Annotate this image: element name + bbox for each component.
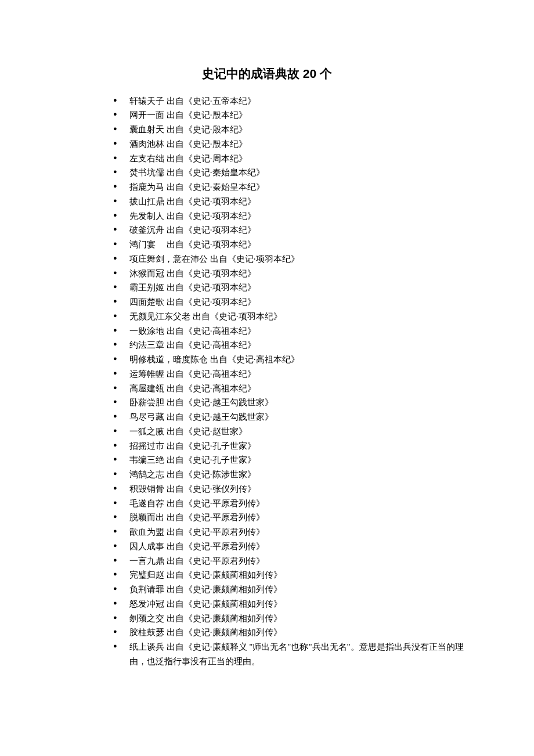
list-item: 脱颖而出 出自《史记·平原君列传》 bbox=[113, 510, 464, 525]
item-text: 负荆请罪 出自《史记·廉颇蔺相如列传》 bbox=[129, 585, 282, 594]
list-item: 轩辕天子 出自《史记·五帝本纪》 bbox=[113, 94, 464, 109]
item-text: 鸟尽弓藏 出自《史记·越王勾践世家》 bbox=[129, 412, 273, 422]
list-item: 四面楚歌 出自《史记·项羽本纪》 bbox=[113, 295, 464, 309]
list-item: 招摇过市 出自《史记·孔子世家》 bbox=[113, 439, 464, 453]
item-text: 歃血为盟 出自《史记·平原君列传》 bbox=[129, 527, 265, 537]
page-title: 史记中的成语典故 20 个 bbox=[70, 64, 464, 84]
item-text: 沐猴而冠 出自《史记·项羽本纪》 bbox=[129, 269, 256, 278]
list-item: 胶柱鼓瑟 出自《史记·廉颇蔺相如列传》 bbox=[113, 625, 464, 640]
list-item: 积毁销骨 出自《史记·张仪列传》 bbox=[113, 482, 464, 496]
item-text: 积毁销骨 出自《史记·张仪列传》 bbox=[129, 484, 256, 494]
list-item: 一败涂地 出自《史记·高祖本纪》 bbox=[113, 324, 464, 339]
item-text: 完璧归赵 出自《史记·廉颇蔺相如列传》 bbox=[129, 570, 282, 579]
item-text: 焚书坑儒 出自《史记·秦始皇本纪》 bbox=[129, 168, 265, 177]
item-text: 刎颈之交 出自《史记·廉颇蔺相如列传》 bbox=[129, 614, 282, 623]
item-text: 网开一面 出自《史记·殷本纪》 bbox=[129, 110, 247, 120]
list-item: 毛遂自荐 出自《史记·平原君列传》 bbox=[113, 496, 464, 511]
list-item: 约法三章 出自《史记·高祖本纪》 bbox=[113, 338, 464, 352]
item-text: 约法三章 出自《史记·高祖本纪》 bbox=[129, 340, 256, 350]
item-text: 招摇过市 出自《史记·孔子世家》 bbox=[129, 441, 256, 451]
list-item: 无颜见江东父老 出自《史记·项羽本纪》 bbox=[113, 309, 464, 324]
item-text: 鸿鹄之志 出自《史记·陈涉世家》 bbox=[129, 470, 256, 479]
list-item: 左支右绌 出自《史记·周本纪》 bbox=[113, 152, 464, 166]
list-item: 运筹帷幄 出自《史记·高祖本纪》 bbox=[113, 367, 464, 381]
list-item: 焚书坑儒 出自《史记·秦始皇本纪》 bbox=[113, 165, 464, 180]
idiom-list: 轩辕天子 出自《史记·五帝本纪》网开一面 出自《史记·殷本纪》囊血射天 出自《史… bbox=[70, 94, 464, 669]
item-text: 韦编三绝 出自《史记·孔子世家》 bbox=[129, 455, 256, 465]
item-text: 四面楚歌 出自《史记·项羽本纪》 bbox=[129, 297, 256, 307]
list-item: 项庄舞剑，意在沛公 出自《史记·项羽本纪》 bbox=[113, 252, 464, 267]
item-text: 项庄舞剑，意在沛公 出自《史记·项羽本纪》 bbox=[129, 254, 300, 264]
list-item: 一言九鼎 出自《史记·平原君列传》 bbox=[113, 554, 464, 568]
item-text: 左支右绌 出自《史记·周本纪》 bbox=[129, 154, 247, 163]
list-item: 鸿门宴 出自《史记·项羽本纪》 bbox=[113, 237, 464, 252]
item-text: 无颜见江东父老 出自《史记·项羽本纪》 bbox=[129, 312, 282, 321]
item-text: 破釜沉舟 出自《史记·项羽本纪》 bbox=[129, 225, 256, 235]
list-item: 纸上谈兵 出自《史记·廉颇释义 "师出无名"也称"兵出无名"。意思是指出兵没有正… bbox=[113, 640, 464, 669]
list-item: 网开一面 出自《史记·殷本纪》 bbox=[113, 108, 464, 123]
list-item: 霸王别姬 出自《史记·项羽本纪》 bbox=[113, 280, 464, 295]
list-item: 卧薪尝胆 出自《史记·越王勾践世家》 bbox=[113, 395, 464, 410]
item-text: 明修栈道，暗度陈仓 出自《史记·高祖本纪》 bbox=[129, 355, 300, 364]
item-text: 一败涂地 出自《史记·高祖本纪》 bbox=[129, 326, 256, 336]
list-item: 一狐之腋 出自《史记·赵世家》 bbox=[113, 424, 464, 439]
item-text: 卧薪尝胆 出自《史记·越王勾践世家》 bbox=[129, 398, 273, 407]
item-text: 先发制人 出自《史记·项羽本纪》 bbox=[129, 211, 256, 221]
list-item: 负荆请罪 出自《史记·廉颇蔺相如列传》 bbox=[113, 582, 464, 597]
list-item: 因人成事 出自《史记·平原君列传》 bbox=[113, 539, 464, 554]
list-item: 酒肉池林 出自《史记·殷本纪》 bbox=[113, 137, 464, 152]
list-item: 刎颈之交 出自《史记·廉颇蔺相如列传》 bbox=[113, 611, 464, 626]
list-item: 怒发冲冠 出自《史记·廉颇蔺相如列传》 bbox=[113, 597, 464, 611]
item-text: 拔山扛鼎 出自《史记·项羽本纪》 bbox=[129, 197, 256, 206]
item-text: 脱颖而出 出自《史记·平原君列传》 bbox=[129, 513, 265, 522]
list-item: 沐猴而冠 出自《史记·项羽本纪》 bbox=[113, 267, 464, 281]
item-text: 囊血射天 出自《史记·殷本纪》 bbox=[129, 125, 247, 134]
list-item: 韦编三绝 出自《史记·孔子世家》 bbox=[113, 453, 464, 467]
item-text: 纸上谈兵 出自《史记·廉颇释义 "师出无名"也称"兵出无名"。意思是指出兵没有正… bbox=[129, 642, 464, 666]
item-text: 鸿门宴 出自《史记·项羽本纪》 bbox=[129, 240, 256, 249]
item-text: 霸王别姬 出自《史记·项羽本纪》 bbox=[129, 283, 256, 292]
item-text: 一言九鼎 出自《史记·平原君列传》 bbox=[129, 556, 265, 566]
list-item: 明修栈道，暗度陈仓 出自《史记·高祖本纪》 bbox=[113, 352, 464, 367]
list-item: 歃血为盟 出自《史记·平原君列传》 bbox=[113, 525, 464, 539]
list-item: 囊血射天 出自《史记·殷本纪》 bbox=[113, 123, 464, 137]
list-item: 破釜沉舟 出自《史记·项羽本纪》 bbox=[113, 223, 464, 237]
item-text: 怒发冲冠 出自《史记·廉颇蔺相如列传》 bbox=[129, 599, 282, 609]
item-text: 因人成事 出自《史记·平原君列传》 bbox=[129, 542, 265, 551]
list-item: 鸟尽弓藏 出自《史记·越王勾践世家》 bbox=[113, 410, 464, 424]
item-text: 高屋建瓴 出自《史记·高祖本纪》 bbox=[129, 384, 256, 393]
item-text: 胶柱鼓瑟 出自《史记·廉颇蔺相如列传》 bbox=[129, 628, 282, 637]
item-text: 运筹帷幄 出自《史记·高祖本纪》 bbox=[129, 369, 256, 379]
item-text: 毛遂自荐 出自《史记·平原君列传》 bbox=[129, 499, 265, 508]
item-text: 指鹿为马 出自《史记·秦始皇本纪》 bbox=[129, 182, 265, 192]
list-item: 鸿鹄之志 出自《史记·陈涉世家》 bbox=[113, 467, 464, 482]
list-item: 指鹿为马 出自《史记·秦始皇本纪》 bbox=[113, 180, 464, 195]
list-item: 拔山扛鼎 出自《史记·项羽本纪》 bbox=[113, 195, 464, 209]
item-text: 轩辕天子 出自《史记·五帝本纪》 bbox=[129, 96, 256, 106]
list-item: 高屋建瓴 出自《史记·高祖本纪》 bbox=[113, 381, 464, 396]
list-item: 先发制人 出自《史记·项羽本纪》 bbox=[113, 209, 464, 224]
list-item: 完璧归赵 出自《史记·廉颇蔺相如列传》 bbox=[113, 568, 464, 582]
item-text: 酒肉池林 出自《史记·殷本纪》 bbox=[129, 139, 247, 149]
item-text: 一狐之腋 出自《史记·赵世家》 bbox=[129, 427, 247, 436]
